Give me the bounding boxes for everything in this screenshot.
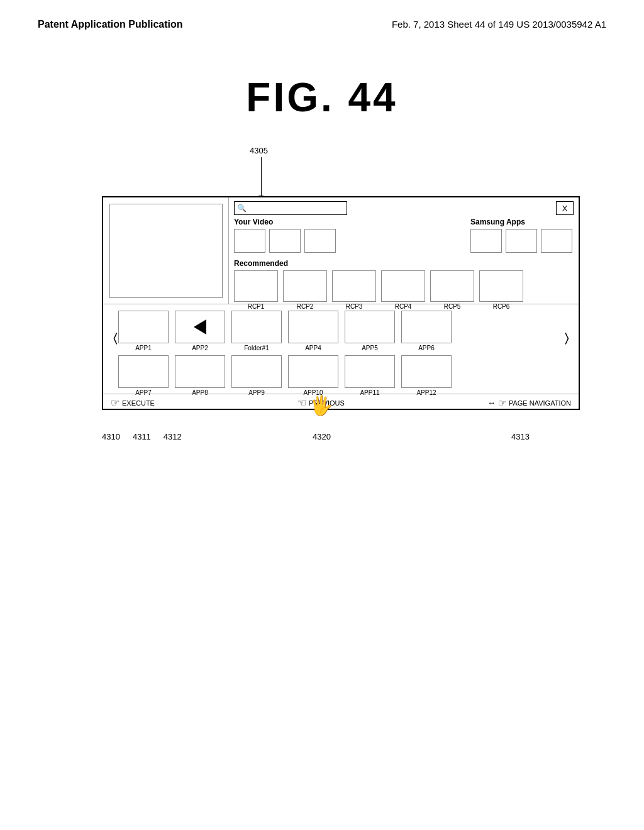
app-thumb-folder[interactable] (231, 311, 282, 343)
right-panel: 🔍 X Your Video Samsung Apps (229, 197, 579, 304)
samsung-thumb-2 (506, 229, 537, 253)
hand-gesture-icon: 🖐 (309, 394, 333, 416)
app-label-folder: Folder#1 (244, 345, 269, 351)
app-thumb-6[interactable] (401, 311, 452, 343)
app-thumb-7[interactable] (118, 355, 169, 388)
app-label-5: APP5 (362, 345, 378, 351)
status-execute: ☞ EXECUTE (111, 397, 155, 409)
arrow-4305-line (261, 157, 262, 196)
app-thumb-10[interactable] (288, 355, 338, 388)
label-4320: 4320 (313, 432, 331, 441)
navigation-gesture-icon: ☞ (498, 397, 506, 409)
app-thumb-12[interactable] (401, 355, 452, 388)
status-bar: ☞ EXECUTE ☜ PREVIOUS ↔ ☞ PAGE NAVIGATION (103, 394, 579, 411)
app-item-7: APP7 (118, 355, 169, 396)
app-thumb-8[interactable] (175, 355, 225, 388)
publication-title: Patent Application Publication (38, 19, 183, 30)
rcp-thumb-6 (479, 270, 523, 302)
label-4311: 4311 (133, 432, 151, 441)
navigation-arrow-icon: ↔ (487, 398, 496, 407)
label-4305: 4305 (250, 146, 268, 155)
rcp-thumb-1 (234, 270, 278, 302)
ui-bottom-section: 〈 〉 APP1 APP2 Folder#1 (103, 304, 579, 411)
samsung-thumb-1 (470, 229, 502, 253)
app-item-6: APP6 (401, 311, 452, 351)
execute-gesture-icon: ☞ (111, 397, 119, 409)
app-item-4: APP4 (288, 311, 338, 351)
recommended-section: Recommended RCP1 RCP2 RCP3 (234, 259, 574, 310)
app-label-1: APP1 (135, 345, 152, 351)
app-label-2: APP2 (192, 345, 208, 351)
app-label-6: APP6 (418, 345, 435, 351)
label-4312: 4312 (164, 432, 182, 441)
video-thumb-3 (304, 229, 336, 253)
close-button[interactable]: X (556, 201, 574, 215)
app-item-1: APP1 (118, 311, 169, 351)
app-thumb-5[interactable] (345, 311, 395, 343)
app-item-folder: Folder#1 (231, 311, 282, 351)
publication-info: Feb. 7, 2013 Sheet 44 of 149 US 2013/003… (392, 19, 606, 30)
nav-right-arrow[interactable]: 〉 (564, 331, 576, 348)
rcp-thumb-2 (283, 270, 327, 302)
app-row-2: APP7 APP8 APP9 APP10 APP11 (118, 355, 564, 396)
rcp-thumb-5 (430, 270, 474, 302)
rcp-thumb-4 (381, 270, 425, 302)
label-4310: 4310 (102, 432, 120, 441)
app-item-8: APP8 (175, 355, 225, 396)
left-video-inner (109, 204, 223, 298)
app-label-4: APP4 (305, 345, 321, 351)
bottom-labels-left: 4310 4311 4312 (102, 432, 182, 441)
samsung-thumb-3 (541, 229, 572, 253)
app-item-5: APP5 (345, 311, 395, 351)
previous-gesture-icon: ☜ (297, 397, 306, 409)
execute-label: EXECUTE (122, 399, 155, 407)
status-navigation: ↔ ☞ PAGE NAVIGATION (487, 397, 571, 409)
left-video-area (103, 197, 229, 304)
samsung-thumbs (470, 229, 572, 253)
label-4313: 4313 (511, 432, 530, 441)
video-thumb-2 (269, 229, 301, 253)
app-thumb-4[interactable] (288, 311, 338, 343)
app-thumb-11[interactable] (345, 355, 395, 388)
diagram-wrapper: 4305 🔍 X (64, 146, 580, 473)
app-item-10: APP10 (288, 355, 338, 396)
search-icon: 🔍 (237, 204, 247, 213)
app-item-9: APP9 (231, 355, 282, 396)
search-box[interactable]: 🔍 (234, 201, 347, 215)
nav-left-arrow[interactable]: 〈 (106, 331, 118, 348)
recommended-label: Recommended (234, 259, 574, 268)
page-header: Patent Application Publication Feb. 7, 2… (0, 0, 644, 36)
video-thumb-1 (234, 229, 265, 253)
samsung-apps-label: Samsung Apps (470, 218, 572, 226)
app-thumb-1[interactable] (118, 311, 169, 343)
ui-top-section: 🔍 X Your Video Samsung Apps (103, 197, 579, 304)
app-row-1: APP1 APP2 Folder#1 APP4 (118, 311, 564, 351)
rcp-thumb-3 (332, 270, 376, 302)
figure-title: FIG. 44 (0, 74, 644, 121)
app-item-12: APP12 (401, 355, 452, 396)
samsung-apps-section: Samsung Apps (470, 218, 572, 253)
app-thumb-9[interactable] (231, 355, 282, 388)
ui-main-box: 🔍 X Your Video Samsung Apps (102, 196, 580, 410)
app-item-11: APP11 (345, 355, 395, 396)
search-row: 🔍 X (234, 201, 574, 215)
app-item-2: APP2 (175, 311, 225, 351)
app-thumb-2[interactable] (175, 311, 225, 343)
app2-arrow-icon (194, 319, 206, 335)
navigation-label: PAGE NAVIGATION (509, 399, 571, 407)
